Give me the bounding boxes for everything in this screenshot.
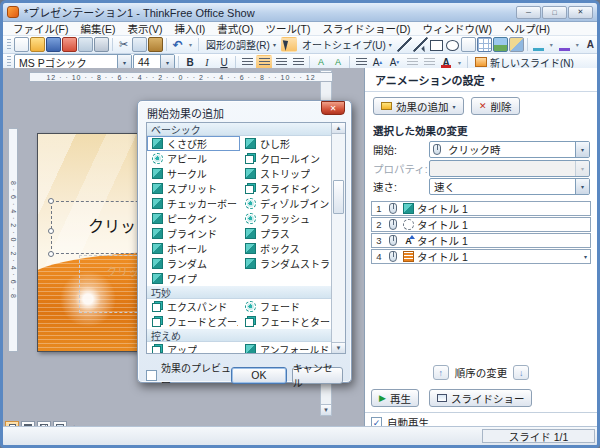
menu-help[interactable]: ヘルプ(H) bbox=[498, 22, 556, 36]
effect-option[interactable]: ひし形 bbox=[240, 136, 332, 151]
line-color-icon[interactable] bbox=[557, 37, 572, 52]
select-tool-button[interactable] bbox=[281, 37, 297, 52]
animation-list-item[interactable]: 4 タイトル 1 ▾ bbox=[371, 249, 591, 264]
effect-option[interactable]: ランダムストライプ bbox=[240, 256, 332, 271]
effect-option[interactable]: スライドイン bbox=[240, 181, 332, 196]
effect-option[interactable]: フェードとズーム bbox=[147, 314, 240, 329]
line-color-dropdown-icon[interactable]: ▾ bbox=[573, 37, 582, 52]
chevron-down-icon[interactable]: ▾ bbox=[117, 55, 131, 69]
effect-option[interactable]: エクスパンド bbox=[147, 299, 240, 314]
add-effect-button[interactable]: 効果の追加 ▾ bbox=[373, 97, 464, 115]
arrow-tool-icon[interactable] bbox=[413, 37, 428, 52]
effect-option[interactable]: チェッカーボード bbox=[147, 196, 240, 211]
insert-table-icon[interactable] bbox=[477, 37, 492, 52]
selection-handle[interactable] bbox=[48, 251, 54, 257]
fill-color-dropdown-icon[interactable]: ▾ bbox=[547, 37, 556, 52]
cut-icon[interactable]: ✂ bbox=[116, 37, 131, 52]
preview-option[interactable]: 効果のプレビュー bbox=[146, 360, 231, 390]
delete-effect-button[interactable]: ✕ 削除 bbox=[471, 97, 520, 115]
dialog-list-scrollbar[interactable]: ▲ ▼ bbox=[331, 123, 345, 353]
close-button[interactable]: ✕ bbox=[568, 6, 593, 19]
effect-option[interactable]: ピークイン bbox=[147, 211, 240, 226]
maximize-button[interactable]: □ bbox=[542, 6, 567, 19]
play-button[interactable]: ▶ 再生 bbox=[371, 389, 419, 407]
effect-option[interactable]: サークル bbox=[147, 166, 240, 181]
menu-window[interactable]: ウィンドウ(W) bbox=[417, 22, 498, 36]
preview-checkbox[interactable] bbox=[146, 370, 157, 381]
toolbar-grip[interactable] bbox=[7, 56, 11, 68]
slideshow-button[interactable]: スライドショー bbox=[429, 389, 533, 407]
insert-picture-icon[interactable] bbox=[493, 37, 508, 52]
menu-format[interactable]: 書式(O) bbox=[211, 22, 259, 36]
scroll-up-icon[interactable]: ▲ bbox=[332, 123, 345, 134]
undo-icon[interactable]: ↶ bbox=[170, 37, 185, 52]
effect-option[interactable]: くさび形 bbox=[147, 136, 240, 151]
scrollbar-thumb[interactable] bbox=[333, 180, 344, 214]
effect-option[interactable]: アップ bbox=[147, 342, 240, 354]
selection-handle[interactable] bbox=[48, 228, 54, 234]
effect-option[interactable]: フェード bbox=[240, 299, 332, 314]
undo-dropdown-icon[interactable]: ▾ bbox=[186, 37, 195, 52]
animation-list-item[interactable]: 3 A タイトル 1 bbox=[371, 233, 591, 248]
selection-handle[interactable] bbox=[48, 198, 54, 204]
line-tool-icon[interactable] bbox=[397, 37, 412, 52]
cancel-button[interactable]: キャンセル bbox=[292, 367, 343, 384]
menu-insert[interactable]: 挿入(I) bbox=[168, 22, 211, 36]
title-bar[interactable]: *プレゼンテーション1 - ThinkFree Office Show ─ □ … bbox=[3, 3, 597, 22]
panel-header[interactable]: アニメーションの設定 ▼ bbox=[365, 68, 597, 92]
menu-tools[interactable]: ツール(T) bbox=[260, 22, 317, 36]
menu-view[interactable]: 表示(V) bbox=[121, 22, 168, 36]
effect-option[interactable]: アピール bbox=[147, 151, 240, 166]
print-preview-icon[interactable] bbox=[78, 37, 93, 52]
autoshape-button[interactable]: オートシェイプ(U) ▾ bbox=[298, 37, 396, 52]
effect-option[interactable]: ストリップ bbox=[240, 166, 332, 181]
print-icon[interactable] bbox=[94, 37, 109, 52]
effect-option[interactable]: フラッシュ bbox=[240, 211, 332, 226]
paste-icon[interactable] bbox=[148, 37, 163, 52]
dialog-close-button[interactable]: ✕ bbox=[321, 101, 345, 115]
menu-edit[interactable]: 編集(E) bbox=[74, 22, 121, 36]
effect-option[interactable]: ディゾルブイン bbox=[240, 196, 332, 211]
effect-option[interactable]: ホイール bbox=[147, 241, 240, 256]
scroll-down-icon[interactable]: ▼ bbox=[321, 404, 331, 415]
fill-color-icon[interactable] bbox=[531, 37, 546, 52]
order-up-button[interactable]: ↑ bbox=[433, 365, 449, 380]
insert-clipart-icon[interactable] bbox=[509, 37, 524, 52]
scroll-down-icon[interactable]: ▼ bbox=[332, 342, 345, 353]
chevron-down-icon[interactable]: ▾ bbox=[584, 253, 587, 260]
animation-list-item[interactable]: 1 タイトル 1 bbox=[371, 201, 591, 216]
chevron-down-icon[interactable]: ▾ bbox=[160, 55, 174, 69]
ellipse-tool-icon[interactable] bbox=[446, 40, 459, 51]
rectangle-tool-icon[interactable] bbox=[430, 40, 443, 51]
copy-icon[interactable] bbox=[132, 37, 147, 52]
open-icon[interactable] bbox=[30, 37, 45, 52]
speed-combo[interactable]: 速く ▾ bbox=[429, 178, 590, 195]
toolbar-grip[interactable] bbox=[7, 39, 11, 51]
effect-option[interactable]: プラス bbox=[240, 226, 332, 241]
menu-slideshow[interactable]: スライドショー(D) bbox=[316, 22, 416, 36]
font-color-icon[interactable]: A bbox=[583, 37, 598, 52]
order-down-button[interactable]: ↓ bbox=[513, 365, 529, 380]
effect-option[interactable]: ランダム bbox=[147, 256, 240, 271]
effect-option[interactable]: スプリット bbox=[147, 181, 240, 196]
line-color-bar bbox=[559, 48, 570, 51]
export-pdf-icon[interactable] bbox=[62, 37, 77, 52]
add-entrance-effect-dialog[interactable]: 開始効果の追加 ✕ ベーシック くさび形 ひし形 アピール クロールイン サーク… bbox=[137, 100, 352, 383]
animation-list-item[interactable]: 2 タイトル 1 bbox=[371, 217, 591, 232]
effect-option[interactable]: クロールイン bbox=[240, 151, 332, 166]
effect-option[interactable]: ボックス bbox=[240, 241, 332, 256]
save-icon[interactable] bbox=[46, 37, 61, 52]
minimize-button[interactable]: ─ bbox=[516, 6, 541, 19]
chevron-down-icon[interactable]: ▾ bbox=[575, 142, 589, 157]
start-combo[interactable]: クリック時 ▾ bbox=[429, 141, 590, 158]
effect-option[interactable]: アンフォールド bbox=[240, 342, 332, 354]
new-document-icon[interactable] bbox=[14, 37, 29, 52]
ok-button[interactable]: OK bbox=[231, 367, 287, 384]
text-box-icon[interactable] bbox=[461, 37, 476, 52]
menu-file[interactable]: ファイル(F) bbox=[7, 22, 74, 36]
chevron-down-icon[interactable]: ▾ bbox=[575, 179, 589, 194]
effect-option[interactable]: フェードとターン bbox=[240, 314, 332, 329]
effect-option[interactable]: ブラインド bbox=[147, 226, 240, 241]
shape-adjust-button[interactable]: 図形の調整(R) ▾ bbox=[202, 37, 280, 52]
effect-option[interactable]: ワイプ bbox=[147, 271, 240, 286]
